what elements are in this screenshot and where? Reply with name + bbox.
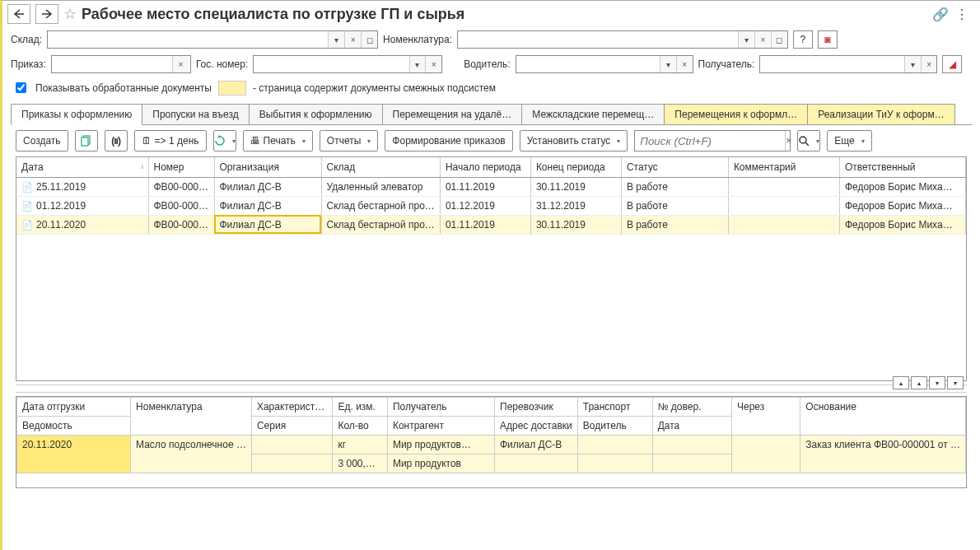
svg-line-3	[805, 142, 809, 146]
main-table[interactable]: Дата↓ Номер Организация Склад Начало пер…	[16, 157, 966, 235]
warehouse-clear[interactable]: ×	[344, 31, 361, 48]
svg-rect-1	[82, 138, 88, 146]
copy-icon	[81, 135, 92, 147]
bcol-carrier[interactable]: Перевозчик	[495, 398, 578, 417]
bcol-date[interactable]: Дата	[652, 417, 731, 436]
back-button[interactable]	[7, 4, 30, 24]
driver-input[interactable]	[516, 56, 660, 72]
driver-clear[interactable]: ×	[676, 56, 693, 72]
legend-swatch	[218, 81, 246, 96]
set-status-button[interactable]: Установить статус▾	[520, 130, 628, 151]
tab-transfers-process[interactable]: Перемещения к оформл…	[664, 104, 808, 124]
col-responsible[interactable]: Ответственный	[839, 157, 965, 177]
search-icon	[798, 135, 810, 147]
nomenclature-clear[interactable]: ×	[754, 31, 771, 48]
svg-point-2	[800, 137, 806, 143]
col-date[interactable]: Дата↓	[16, 157, 148, 177]
splitter[interactable]: ▴ ▴ ▾ ▾	[16, 385, 967, 393]
detail-table[interactable]: Дата отгрузки Номенклатура Характерист… …	[16, 397, 966, 473]
split-bottom[interactable]: ▾	[947, 376, 964, 389]
form-orders-button[interactable]: Формирование приказов	[385, 130, 512, 151]
bcol-driver[interactable]: Водитель	[577, 417, 652, 436]
col-org[interactable]: Организация	[214, 157, 321, 177]
recipient-input[interactable]	[760, 56, 903, 72]
bcol-qty[interactable]: Кол-во	[333, 417, 387, 436]
bcol-shipdate[interactable]: Дата отгрузки	[17, 398, 131, 417]
recipient-label: Получатель:	[698, 58, 755, 70]
col-start[interactable]: Начало периода	[440, 157, 530, 177]
col-number[interactable]: Номер	[148, 157, 214, 177]
bcol-contragent[interactable]: Контрагент	[387, 417, 494, 436]
more-vertical-icon[interactable]: ⋮	[955, 7, 968, 22]
split-down[interactable]: ▾	[929, 376, 945, 389]
order-clear[interactable]: ×	[172, 56, 189, 72]
tabs: Приказы к оформлению Пропуски на въезд В…	[11, 104, 972, 125]
barcode-button[interactable]: (ıı)	[105, 130, 128, 151]
bcol-transport[interactable]: Транспорт	[577, 398, 652, 417]
gosnumber-clear[interactable]: ×	[425, 56, 441, 72]
more-button[interactable]: Еще▾	[827, 130, 871, 151]
nomenclature-open[interactable]: ◻	[771, 31, 787, 48]
create-button[interactable]: Создать	[16, 130, 68, 151]
page-title: Рабочее место специалиста по отгрузке ГП…	[82, 6, 464, 23]
gosnumber-dropdown[interactable]: ▾	[409, 56, 426, 72]
bcol-sheet[interactable]: Ведомость	[17, 417, 131, 436]
gosnumber-label: Гос. номер:	[196, 58, 248, 70]
tab-passes[interactable]: Пропуски на въезд	[142, 104, 249, 124]
bcol-unit[interactable]: Ед. изм.	[333, 398, 387, 417]
bcol-basis[interactable]: Основание	[800, 398, 966, 436]
refresh-button[interactable]: ▾	[213, 130, 236, 151]
order-label: Приказ:	[11, 58, 46, 70]
bcol-dover[interactable]: № довер.	[652, 398, 731, 417]
warehouse-open[interactable]: ◻	[361, 31, 377, 48]
tab-interwarehouse[interactable]: Межскладские перемещ…	[521, 104, 665, 124]
warehouse-dropdown[interactable]: ▾	[328, 31, 344, 48]
copy-button[interactable]	[75, 130, 98, 151]
recipient-dropdown[interactable]: ▾	[904, 56, 921, 72]
table-row[interactable]: 📄01.12.2019 ФВ00-000… Филиал ДС-В Склад …	[16, 196, 966, 215]
tab-orders[interactable]: Приказы к оформлению	[11, 104, 142, 125]
table-row[interactable]: 📄20.11.2020 ФВ00-000… Филиал ДС-В Склад …	[16, 215, 966, 234]
extra-button[interactable]: ◢	[942, 55, 962, 73]
tab-departures[interactable]: Выбытия к оформлению	[249, 104, 383, 124]
bcol-recipient[interactable]: Получатель	[387, 398, 494, 417]
bcol-nomen[interactable]: Номенклатура	[131, 398, 252, 436]
bcol-char[interactable]: Характерист…	[251, 398, 333, 417]
camera-button[interactable]: ◙	[818, 30, 838, 49]
link-icon[interactable]: 🔗	[932, 7, 949, 22]
recipient-clear[interactable]: ×	[921, 56, 937, 72]
warehouse-input[interactable]	[48, 31, 328, 48]
favorite-star-icon[interactable]: ☆	[63, 5, 77, 23]
col-comment[interactable]: Комментарий	[728, 157, 839, 177]
gosnumber-input[interactable]	[254, 56, 408, 72]
col-end[interactable]: Конец периода	[530, 157, 621, 177]
search-input[interactable]	[635, 131, 785, 151]
search-clear[interactable]: ×	[785, 131, 791, 151]
help-button[interactable]: ?	[793, 30, 813, 49]
forward-button[interactable]	[35, 4, 58, 24]
refresh-icon	[214, 135, 226, 147]
col-status[interactable]: Статус	[621, 157, 728, 177]
detail-row[interactable]: 20.11.2020 Масло подсолнечное … кг Мир п…	[17, 436, 966, 454]
bcol-via[interactable]: Через	[731, 398, 800, 436]
col-warehouse[interactable]: Склад	[321, 157, 440, 177]
reports-button[interactable]: Отчеты▾	[320, 130, 378, 151]
tab-sales[interactable]: Реализации ТиУ к оформ…	[807, 104, 955, 124]
show-processed-checkbox[interactable]	[16, 82, 26, 93]
split-up[interactable]: ▴	[911, 376, 927, 389]
print-button[interactable]: 🖶 Печать▾	[243, 130, 313, 151]
bcol-series[interactable]: Серия	[251, 417, 333, 436]
oneday-button[interactable]: 🗓 => 1 день	[134, 130, 207, 151]
nomenclature-dropdown[interactable]: ▾	[738, 31, 754, 48]
driver-dropdown[interactable]: ▾	[660, 56, 676, 72]
arrow-right-icon	[41, 9, 53, 19]
split-top[interactable]: ▴	[893, 376, 909, 389]
driver-label: Водитель:	[464, 58, 510, 70]
order-input[interactable]	[52, 56, 172, 72]
show-processed-label: Показывать обработанные документы	[35, 82, 212, 94]
tab-transfers-remote[interactable]: Перемещения на удалё…	[382, 104, 523, 124]
bcol-address[interactable]: Адрес доставки	[495, 417, 578, 436]
table-row[interactable]: 📄25.11.2019 ФВ00-000… Филиал ДС-В Удален…	[16, 177, 966, 196]
nomenclature-input[interactable]	[458, 31, 738, 48]
search-button[interactable]: ▾	[797, 130, 820, 151]
